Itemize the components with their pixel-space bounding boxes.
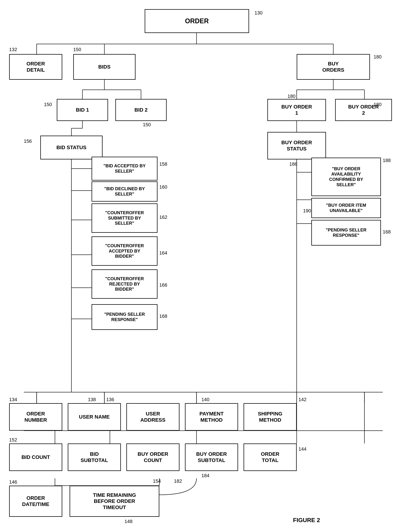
ref-168b: 168 xyxy=(383,229,391,235)
ref-150-bid1: 150 xyxy=(44,102,52,107)
ref-150-bids: 150 xyxy=(73,47,81,52)
ref-162: 162 xyxy=(159,214,167,220)
ref-138: 138 xyxy=(88,397,96,403)
bid2-box: BID 2 xyxy=(115,99,167,121)
ref-136: 136 xyxy=(106,397,114,403)
ref-146: 146 xyxy=(9,479,17,485)
user-name-box: USER NAME xyxy=(68,403,121,431)
ref-180-bo: 180 xyxy=(373,54,382,60)
ref-186: 186 xyxy=(289,161,297,167)
ref-134: 134 xyxy=(9,397,17,403)
ref-190: 190 xyxy=(303,208,311,214)
ref-180-bo2: 180 xyxy=(373,102,382,107)
user-address-box: USER ADDRESS xyxy=(126,403,179,431)
bid-status-box: BID STATUS xyxy=(40,136,103,159)
ref-184: 184 xyxy=(201,473,209,478)
figure-label: FIGURE 2 xyxy=(293,517,320,524)
buy-order-status-box: BUY ORDER STATUS xyxy=(267,132,326,159)
order-number-box: ORDER NUMBER xyxy=(9,403,62,431)
pending-seller-right-box: "PENDING SELLER RESPONSE" xyxy=(311,220,381,246)
ref-160: 160 xyxy=(159,184,167,190)
ref-188: 188 xyxy=(383,158,391,163)
buy-order-count-box: BUY ORDER COUNT xyxy=(126,443,179,471)
ref-154: 154 xyxy=(153,478,161,484)
ref-180-bo1: 180 xyxy=(288,94,295,99)
order-box: ORDER xyxy=(145,9,249,33)
bid-declined-box: "BID DECLINED BY SELLER" xyxy=(92,181,157,202)
ref-166: 166 xyxy=(159,282,167,288)
ref-152: 152 xyxy=(9,437,17,443)
buy-order-unavail-box: "BUY ORDER ITEM UNAVAILABLE" xyxy=(311,198,381,218)
buy-order2-box: BUY ORDER 2 xyxy=(335,99,392,121)
order-datetime-box: ORDER DATE/TIME xyxy=(9,486,62,517)
ref-150-bid2: 150 xyxy=(143,122,151,128)
pending-seller-left-box: "PENDING SELLER RESPONSE" xyxy=(92,304,157,330)
ref-132: 132 xyxy=(9,47,17,52)
bid-count-box: BID COUNT xyxy=(9,443,62,471)
time-remaining-box: TIME REMAINING BEFORE ORDER TIMEOUT xyxy=(70,486,159,517)
counteroffer-accepted-box: "COUNTEROFFER ACCEPTED BY BIDDER" xyxy=(92,236,157,266)
ref-158: 158 xyxy=(159,161,167,167)
counteroffer-submitted-box: "COUNTEROFFER SUBMITTED BY SELLER" xyxy=(92,204,157,233)
counteroffer-rejected-box: "COUNTEROFFER REJECTED BY BIDDER" xyxy=(92,269,157,299)
buy-order-avail-box: "BUY ORDER AVAILABILITY CONFIRMED BY SEL… xyxy=(311,158,381,196)
buy-order-subtotal-box: BUY ORDER SUBTOTAL xyxy=(185,443,238,471)
bid1-box: BID 1 xyxy=(57,99,108,121)
ref-140: 140 xyxy=(201,397,209,403)
ref-144: 144 xyxy=(299,446,306,452)
ref-182: 182 xyxy=(174,478,182,484)
ref-130: 130 xyxy=(255,10,262,16)
ref-164: 164 xyxy=(159,250,167,256)
bid-subtotal-box: BID SUBTOTAL xyxy=(68,443,121,471)
order-total-box: ORDER TOTAL xyxy=(244,443,297,471)
bids-box: BIDS xyxy=(73,54,136,80)
buy-orders-box: BUY ORDERS xyxy=(297,54,370,80)
ref-142: 142 xyxy=(299,397,306,403)
ref-156: 156 xyxy=(24,138,32,144)
ref-168a: 168 xyxy=(159,313,167,319)
bid-accepted-box: "BID ACCEPTED BY SELLER" xyxy=(92,157,157,180)
order-detail-box: ORDER DETAIL xyxy=(9,54,62,80)
payment-method-box: PAYMENT METHOD xyxy=(185,403,238,431)
diagram: ORDER 130 ORDER DETAIL 132 BIDS 150 BUY … xyxy=(0,0,393,532)
shipping-method-box: SHIPPING METHOD xyxy=(244,403,297,431)
ref-148: 148 xyxy=(124,519,133,524)
buy-order1-box: BUY ORDER 1 xyxy=(267,99,326,121)
